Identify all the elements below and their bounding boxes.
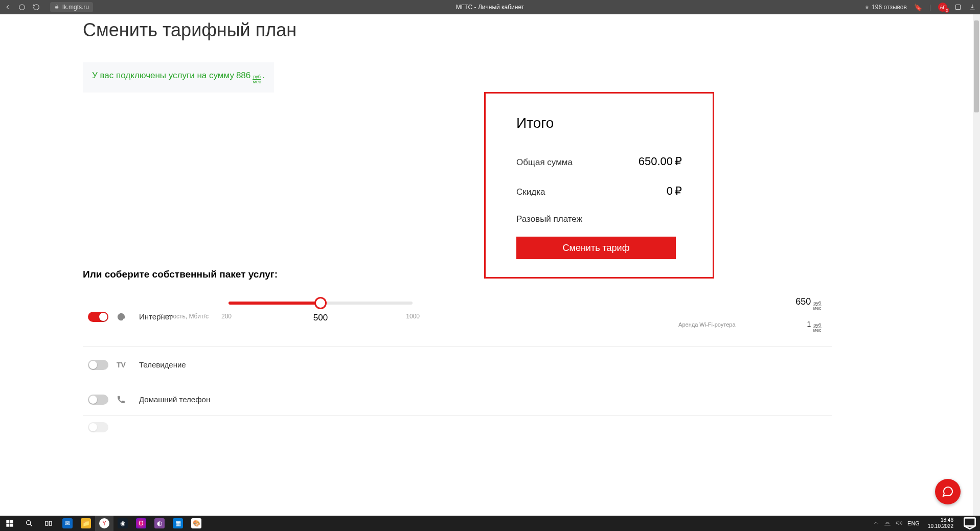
avatar-badge: 2	[944, 8, 949, 13]
svg-rect-7	[10, 524, 13, 527]
app-tor[interactable]: ◐	[150, 516, 169, 531]
chat-fab[interactable]	[935, 479, 961, 504]
avatar[interactable]: АГ 2	[938, 3, 947, 12]
summary-onetime-row: Разовый платеж	[516, 214, 682, 224]
taskbar-clock[interactable]: 18:46 10.10.2022	[925, 517, 956, 529]
svg-rect-11	[964, 518, 975, 526]
change-tariff-button[interactable]: Сменить тариф	[516, 237, 676, 259]
slider-thumb[interactable]	[314, 297, 327, 309]
tray-volume-icon[interactable]	[895, 519, 902, 527]
page-viewport: Сменить тарифный план У вас подключены у…	[0, 14, 980, 516]
downloads-icon[interactable]	[969, 4, 976, 11]
at-icon	[112, 312, 130, 321]
svg-rect-6	[6, 524, 9, 527]
tray-chevron-up-icon[interactable]	[873, 519, 880, 527]
service-row-tv: TV Телевидение	[83, 347, 832, 381]
phone-label: Домашний телефон	[139, 395, 210, 404]
search-button[interactable]	[19, 516, 39, 531]
phone-toggle[interactable]	[88, 395, 108, 405]
svg-rect-4	[6, 520, 9, 523]
bookmark-icon[interactable]: 🔖	[914, 4, 922, 11]
app-mail[interactable]: ✉	[58, 516, 77, 531]
internet-price: 650 рубмес	[795, 296, 822, 311]
svg-point-8	[27, 521, 31, 525]
browser-chrome-bar: lk.mgts.ru МГТС - Личный кабинет ★ 196 о…	[0, 0, 980, 14]
reviews-link[interactable]: ★ 196 отзывов	[864, 4, 907, 11]
phone-icon	[112, 395, 130, 404]
tv-label: Телевидение	[139, 360, 186, 369]
svg-rect-1	[55, 7, 58, 9]
summary-box: Итого Общая сумма 650.00 ₽ Скидка 0 ₽ Ра…	[484, 92, 714, 279]
star-icon: ★	[864, 4, 870, 11]
summary-title: Итого	[516, 115, 682, 131]
task-view-button[interactable]	[39, 516, 58, 531]
summary-discount-value: 0	[667, 184, 673, 198]
svg-rect-9	[45, 521, 48, 525]
app-explorer[interactable]: 📁	[77, 516, 95, 531]
app-opera-gx[interactable]: O	[132, 516, 150, 531]
tv-icon: TV	[112, 361, 130, 369]
back-icon[interactable]	[4, 4, 11, 11]
system-tray[interactable]	[873, 519, 902, 527]
speed-sublabel: Скорость, Мбит/с	[159, 313, 209, 320]
svg-rect-2	[955, 5, 960, 9]
svg-rect-10	[49, 521, 52, 525]
summary-total-value: 650.00	[639, 155, 673, 168]
tv-toggle[interactable]	[88, 360, 108, 370]
custom-package-heading: Или соберите собственный пакет услуг:	[83, 269, 278, 280]
internet-toggle[interactable]	[88, 312, 108, 322]
slider-current-value: 500	[310, 313, 331, 323]
windows-taskbar: ✉ 📁 Y ◉ O ◐ ▦ 🎨 ENG 18:46 10.10.2022	[0, 516, 980, 531]
app-calculator[interactable]: ▦	[169, 516, 187, 531]
action-center-button[interactable]	[962, 516, 978, 531]
address-bar[interactable]: lk.mgts.ru	[50, 2, 93, 12]
svg-point-0	[19, 5, 25, 10]
rub-per-month-unit: руб мес	[253, 75, 261, 84]
address-url: lk.mgts.ru	[62, 4, 89, 11]
tab-title: МГТС - Личный кабинет	[456, 4, 524, 11]
internet-speed-slider[interactable]: Скорость, Мбит/с 200 500 1000	[229, 290, 413, 293]
keyboard-language[interactable]: ENG	[907, 520, 920, 526]
lock-icon	[54, 4, 59, 11]
services-sum-notice: У вас подключены услуги на сумму 886 руб…	[83, 62, 274, 93]
summary-discount-row: Скидка 0 ₽	[516, 184, 682, 198]
slider-ticks: 200 500 1000	[229, 313, 413, 323]
tray-network-icon[interactable]	[884, 519, 891, 527]
service-row-internet: Интернет Скорость, Мбит/с 200 500 1000 6…	[83, 288, 832, 347]
page-title: Сменить тарифный план	[83, 19, 980, 41]
extensions-icon[interactable]	[954, 4, 962, 11]
service-row-next-partial	[83, 416, 832, 440]
start-button[interactable]	[0, 516, 19, 531]
app-paint[interactable]: 🎨	[187, 516, 206, 531]
summary-total-row: Общая сумма 650.00 ₽	[516, 155, 682, 168]
reload-icon[interactable]	[33, 4, 40, 11]
router-rent-line: Аренда Wi-Fi-роутера 1 рубмес	[678, 320, 822, 333]
service-row-phone: Домашний телефон	[83, 381, 832, 416]
yandex-services-icon[interactable]	[18, 4, 26, 11]
app-steam[interactable]: ◉	[113, 516, 132, 531]
next-toggle[interactable]	[88, 422, 108, 432]
svg-rect-5	[10, 520, 13, 523]
app-yandex-browser[interactable]: Y	[95, 516, 113, 531]
